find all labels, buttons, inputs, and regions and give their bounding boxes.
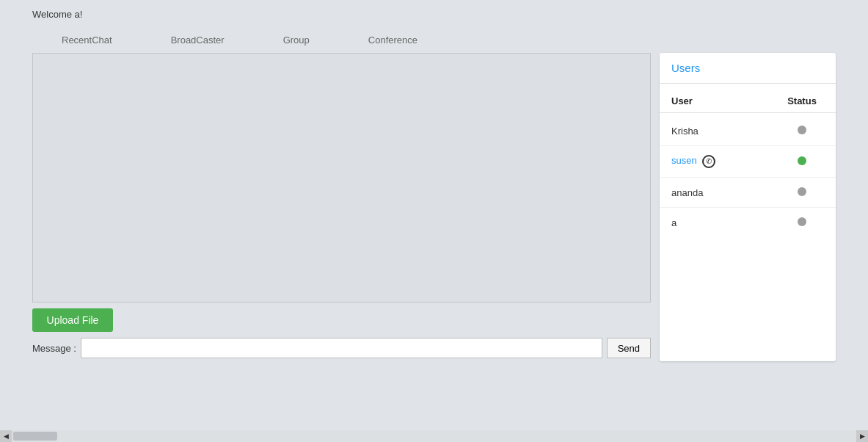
users-panel-header: Users	[660, 53, 836, 84]
status-col-krisha	[780, 125, 824, 137]
send-button[interactable]: Send	[607, 338, 651, 358]
user-name-a: a	[671, 217, 780, 228]
user-name-krisha: Krisha	[671, 126, 780, 137]
tab-recent-chat[interactable]: RecentChat	[32, 30, 142, 50]
status-dot-susen	[798, 156, 806, 165]
main-layout: Upload File Message : Send Users User St…	[0, 53, 868, 361]
column-user-header: User	[671, 95, 780, 106]
scrollbar-track[interactable]	[12, 430, 856, 442]
nav-tabs: RecentChat BroadCaster Group Conference	[0, 24, 868, 50]
message-row: Message : Send	[32, 338, 651, 358]
chat-area: Upload File Message : Send	[32, 53, 651, 361]
user-row: a	[660, 208, 836, 237]
user-name-susen: susen ✆	[671, 155, 780, 168]
user-row: Krisha	[660, 116, 836, 146]
scrollbar-left-button[interactable]: ◀	[0, 430, 12, 442]
welcome-text: Welcome a!	[0, 0, 868, 24]
column-status-header: Status	[780, 95, 824, 106]
scrollbar-thumb[interactable]	[13, 432, 57, 441]
user-row: susen ✆	[660, 146, 836, 178]
chat-box	[32, 53, 651, 302]
tab-broadcaster[interactable]: BroadCaster	[142, 30, 254, 50]
upload-file-button[interactable]: Upload File	[32, 308, 113, 332]
users-panel: Users User Status Krisha susen ✆	[660, 53, 836, 361]
horizontal-scrollbar[interactable]: ◀ ▶	[0, 430, 868, 442]
users-table: User Status Krisha susen ✆ ananda	[660, 84, 836, 243]
welcome-bar: Welcome a!	[0, 0, 868, 24]
status-col-ananda	[780, 186, 824, 198]
user-name-ananda: ananda	[671, 187, 780, 198]
users-table-header: User Status	[660, 90, 836, 113]
message-input[interactable]	[81, 338, 602, 358]
user-link-susen[interactable]: susen	[671, 155, 697, 166]
message-label: Message :	[32, 343, 76, 354]
user-row: ananda	[660, 178, 836, 208]
scrollbar-right-button[interactable]: ▶	[856, 430, 868, 442]
status-dot-ananda	[798, 187, 806, 196]
tab-conference[interactable]: Conference	[339, 30, 447, 50]
status-col-susen	[780, 156, 824, 167]
phone-icon-susen[interactable]: ✆	[702, 155, 715, 168]
status-col-a	[780, 217, 824, 228]
users-panel-title: Users	[671, 62, 700, 74]
tab-group[interactable]: Group	[254, 30, 339, 50]
status-dot-krisha	[798, 126, 806, 134]
status-dot-a	[798, 217, 806, 226]
